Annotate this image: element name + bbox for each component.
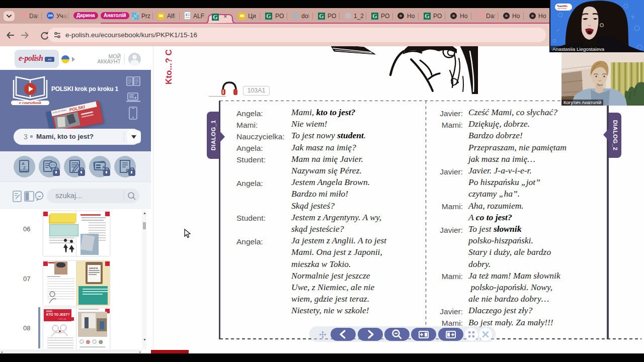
svg-text:Z: Z <box>23 165 26 170</box>
